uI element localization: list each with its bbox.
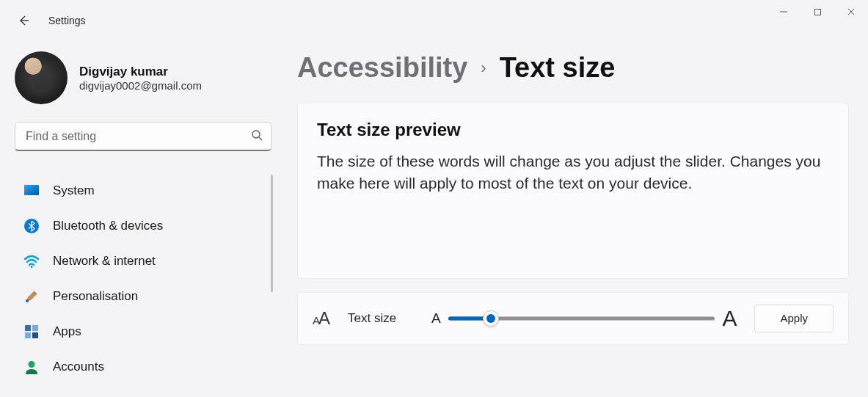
slider-label: Text size xyxy=(348,311,414,326)
svg-line-6 xyxy=(259,137,262,140)
svg-rect-13 xyxy=(32,325,38,331)
slider-thumb[interactable] xyxy=(483,310,499,327)
sidebar-item-label: Accounts xyxy=(53,360,104,374)
nav-list: System Bluetooth & devices Network & int… xyxy=(15,173,271,385)
text-size-control: AA Text size A A Apply xyxy=(297,292,849,345)
preview-body: The size of these words will change as y… xyxy=(317,150,829,194)
breadcrumb-parent[interactable]: Accessibility xyxy=(297,53,467,84)
sidebar-item-accounts[interactable]: Accounts xyxy=(15,349,271,385)
svg-point-10 xyxy=(31,266,33,268)
slider-min-glyph: A xyxy=(431,310,441,327)
system-icon xyxy=(23,183,40,199)
sidebar-item-personalisation[interactable]: Personalisation xyxy=(15,279,271,314)
svg-point-11 xyxy=(26,299,29,302)
slider-max-glyph: A xyxy=(722,306,737,331)
sidebar-item-bluetooth[interactable]: Bluetooth & devices xyxy=(15,208,271,244)
sidebar-item-label: Network & internet xyxy=(53,254,156,269)
svg-point-16 xyxy=(29,361,35,368)
page-title: Text size xyxy=(500,53,616,84)
search-input[interactable] xyxy=(15,122,271,151)
text-size-icon: AA xyxy=(313,308,330,329)
sidebar-item-label: Personalisation xyxy=(53,289,138,304)
app-title: Settings xyxy=(48,15,86,26)
svg-point-5 xyxy=(252,131,260,138)
profile-name: Digvijay kumar xyxy=(79,65,202,79)
breadcrumb: Accessibility › Text size xyxy=(297,53,849,84)
svg-rect-15 xyxy=(32,332,38,338)
sidebar-item-system[interactable]: System xyxy=(15,173,271,208)
apps-icon xyxy=(23,324,40,340)
bluetooth-icon xyxy=(23,218,40,234)
search-box[interactable] xyxy=(15,122,271,151)
paintbrush-icon xyxy=(23,288,40,305)
avatar xyxy=(15,51,68,104)
sidebar-item-apps[interactable]: Apps xyxy=(15,314,271,349)
minimize-button[interactable] xyxy=(767,0,800,23)
search-icon xyxy=(251,129,263,144)
sidebar-item-label: System xyxy=(53,183,95,198)
sidebar-item-label: Apps xyxy=(53,324,81,339)
accounts-icon xyxy=(23,359,40,375)
close-button[interactable] xyxy=(834,0,868,23)
svg-rect-12 xyxy=(25,325,31,331)
text-size-slider[interactable] xyxy=(448,310,715,327)
maximize-button[interactable] xyxy=(800,0,834,23)
sidebar-item-network[interactable]: Network & internet xyxy=(15,244,271,279)
svg-rect-8 xyxy=(24,185,39,195)
apply-button[interactable]: Apply xyxy=(754,305,834,332)
preview-card: Text size preview The size of these word… xyxy=(297,103,849,279)
wifi-icon xyxy=(23,253,40,269)
preview-title: Text size preview xyxy=(317,120,829,140)
svg-rect-1 xyxy=(814,9,820,15)
profile-email: digvijay0002@gmail.com xyxy=(79,79,202,92)
scrollbar[interactable] xyxy=(271,175,273,292)
back-button[interactable] xyxy=(16,13,31,28)
svg-rect-14 xyxy=(25,332,31,338)
sidebar-item-label: Bluetooth & devices xyxy=(53,219,163,233)
profile-block[interactable]: Digvijay kumar digvijay0002@gmail.com xyxy=(15,51,271,104)
chevron-right-icon: › xyxy=(481,59,486,77)
